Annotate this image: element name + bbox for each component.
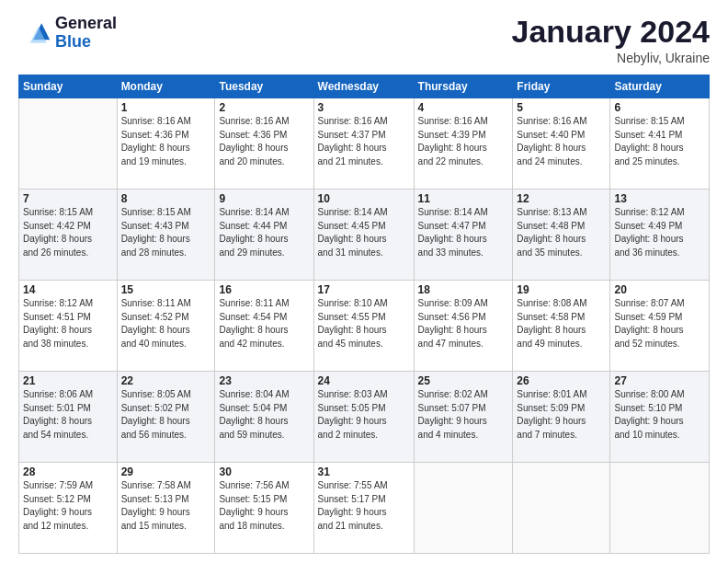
calendar-week-row: 21Sunrise: 8:06 AM Sunset: 5:01 PM Dayli… (19, 372, 710, 463)
day-info: Sunrise: 8:12 AM Sunset: 4:51 PM Dayligh… (23, 297, 113, 350)
day-info: Sunrise: 8:16 AM Sunset: 4:40 PM Dayligh… (517, 115, 606, 168)
calendar-cell: 25Sunrise: 8:02 AM Sunset: 5:07 PM Dayli… (414, 372, 513, 463)
calendar-cell: 28Sunrise: 7:59 AM Sunset: 5:12 PM Dayli… (19, 463, 118, 554)
calendar-cell: 3Sunrise: 8:16 AM Sunset: 4:37 PM Daylig… (313, 98, 414, 190)
location: Nebyliv, Ukraine (512, 51, 711, 65)
calendar-cell: 30Sunrise: 7:56 AM Sunset: 5:15 PM Dayli… (215, 463, 313, 554)
logo-line2: Blue (55, 33, 117, 52)
day-number: 28 (23, 465, 113, 478)
day-number: 4 (418, 101, 509, 114)
calendar-cell: 4Sunrise: 8:16 AM Sunset: 4:39 PM Daylig… (414, 98, 513, 190)
day-number: 1 (121, 101, 211, 114)
day-number: 27 (614, 374, 705, 387)
day-number: 12 (517, 192, 606, 205)
calendar-cell: 2Sunrise: 8:16 AM Sunset: 4:36 PM Daylig… (215, 98, 313, 190)
calendar-cell: 5Sunrise: 8:16 AM Sunset: 4:40 PM Daylig… (513, 98, 610, 190)
page: General Blue January 2024 Nebyliv, Ukrai… (0, 0, 728, 563)
day-info: Sunrise: 8:10 AM Sunset: 4:55 PM Dayligh… (318, 297, 410, 350)
day-number: 25 (418, 374, 509, 387)
day-number: 2 (219, 101, 309, 114)
weekday-header-row: SundayMondayTuesdayWednesdayThursdayFrid… (19, 75, 710, 98)
day-info: Sunrise: 8:12 AM Sunset: 4:49 PM Dayligh… (614, 206, 705, 259)
logo-text: General Blue (55, 15, 117, 52)
day-number: 21 (23, 374, 113, 387)
day-info: Sunrise: 8:04 AM Sunset: 5:04 PM Dayligh… (219, 388, 309, 442)
day-info: Sunrise: 8:05 AM Sunset: 5:02 PM Dayligh… (121, 388, 211, 442)
calendar-cell (414, 463, 513, 554)
day-number: 14 (23, 283, 113, 296)
day-info: Sunrise: 8:02 AM Sunset: 5:07 PM Dayligh… (418, 388, 509, 442)
day-info: Sunrise: 8:06 AM Sunset: 5:01 PM Dayligh… (23, 388, 113, 442)
day-info: Sunrise: 7:58 AM Sunset: 5:13 PM Dayligh… (121, 479, 211, 533)
calendar-cell: 13Sunrise: 8:12 AM Sunset: 4:49 PM Dayli… (610, 190, 710, 281)
day-number: 9 (219, 192, 309, 205)
calendar-week-row: 7Sunrise: 8:15 AM Sunset: 4:42 PM Daylig… (19, 190, 710, 281)
logo-icon (18, 17, 51, 50)
calendar-table: SundayMondayTuesdayWednesdayThursdayFrid… (18, 75, 710, 554)
day-info: Sunrise: 8:16 AM Sunset: 4:39 PM Dayligh… (418, 115, 509, 168)
day-number: 15 (121, 283, 211, 296)
calendar-cell: 20Sunrise: 8:07 AM Sunset: 4:59 PM Dayli… (610, 281, 710, 372)
weekday-header-wednesday: Wednesday (313, 75, 414, 98)
day-number: 8 (121, 192, 211, 205)
calendar-cell: 6Sunrise: 8:15 AM Sunset: 4:41 PM Daylig… (610, 98, 710, 190)
weekday-header-thursday: Thursday (414, 75, 513, 98)
day-info: Sunrise: 7:56 AM Sunset: 5:15 PM Dayligh… (219, 479, 309, 533)
day-info: Sunrise: 8:13 AM Sunset: 4:48 PM Dayligh… (517, 206, 606, 259)
calendar-cell: 12Sunrise: 8:13 AM Sunset: 4:48 PM Dayli… (513, 190, 610, 281)
day-number: 3 (318, 101, 410, 114)
day-info: Sunrise: 8:01 AM Sunset: 5:09 PM Dayligh… (517, 388, 606, 442)
day-info: Sunrise: 8:14 AM Sunset: 4:45 PM Dayligh… (318, 206, 410, 259)
day-info: Sunrise: 8:09 AM Sunset: 4:56 PM Dayligh… (418, 297, 509, 350)
calendar-week-row: 14Sunrise: 8:12 AM Sunset: 4:51 PM Dayli… (19, 281, 710, 372)
month-title: January 2024 (512, 15, 711, 49)
day-number: 11 (418, 192, 509, 205)
calendar-cell: 21Sunrise: 8:06 AM Sunset: 5:01 PM Dayli… (19, 372, 118, 463)
day-info: Sunrise: 8:15 AM Sunset: 4:43 PM Dayligh… (121, 206, 211, 259)
calendar-cell: 8Sunrise: 8:15 AM Sunset: 4:43 PM Daylig… (117, 190, 215, 281)
day-number: 20 (614, 283, 705, 296)
day-number: 6 (614, 101, 705, 114)
day-number: 29 (121, 465, 211, 478)
weekday-header-sunday: Sunday (19, 75, 118, 98)
weekday-header-friday: Friday (513, 75, 610, 98)
day-info: Sunrise: 8:08 AM Sunset: 4:58 PM Dayligh… (517, 297, 606, 350)
day-number: 7 (23, 192, 113, 205)
day-info: Sunrise: 8:15 AM Sunset: 4:42 PM Dayligh… (23, 206, 113, 259)
day-info: Sunrise: 7:55 AM Sunset: 5:17 PM Dayligh… (318, 479, 410, 533)
weekday-header-tuesday: Tuesday (215, 75, 313, 98)
day-number: 19 (517, 283, 606, 296)
day-info: Sunrise: 7:59 AM Sunset: 5:12 PM Dayligh… (23, 479, 113, 533)
day-number: 22 (121, 374, 211, 387)
calendar-body: 1Sunrise: 8:16 AM Sunset: 4:36 PM Daylig… (19, 98, 710, 554)
day-number: 24 (318, 374, 410, 387)
day-number: 5 (517, 101, 606, 114)
weekday-header-monday: Monday (117, 75, 215, 98)
day-info: Sunrise: 8:15 AM Sunset: 4:41 PM Dayligh… (614, 115, 705, 168)
calendar-cell: 14Sunrise: 8:12 AM Sunset: 4:51 PM Dayli… (19, 281, 118, 372)
calendar-cell (19, 98, 118, 190)
calendar-cell: 16Sunrise: 8:11 AM Sunset: 4:54 PM Dayli… (215, 281, 313, 372)
day-number: 23 (219, 374, 309, 387)
calendar-cell (610, 463, 710, 554)
calendar-cell: 7Sunrise: 8:15 AM Sunset: 4:42 PM Daylig… (19, 190, 118, 281)
calendar-cell: 26Sunrise: 8:01 AM Sunset: 5:09 PM Dayli… (513, 372, 610, 463)
day-number: 26 (517, 374, 606, 387)
header: General Blue January 2024 Nebyliv, Ukrai… (18, 15, 710, 65)
logo: General Blue (18, 15, 117, 52)
day-number: 16 (219, 283, 309, 296)
calendar-cell: 24Sunrise: 8:03 AM Sunset: 5:05 PM Dayli… (313, 372, 414, 463)
calendar-cell: 27Sunrise: 8:00 AM Sunset: 5:10 PM Dayli… (610, 372, 710, 463)
calendar-week-row: 28Sunrise: 7:59 AM Sunset: 5:12 PM Dayli… (19, 463, 710, 554)
title-block: January 2024 Nebyliv, Ukraine (512, 15, 711, 65)
day-number: 13 (614, 192, 705, 205)
day-info: Sunrise: 8:16 AM Sunset: 4:37 PM Dayligh… (318, 115, 410, 168)
day-info: Sunrise: 8:16 AM Sunset: 4:36 PM Dayligh… (121, 115, 211, 168)
day-number: 18 (418, 283, 509, 296)
calendar-header: SundayMondayTuesdayWednesdayThursdayFrid… (19, 75, 710, 98)
calendar-cell: 9Sunrise: 8:14 AM Sunset: 4:44 PM Daylig… (215, 190, 313, 281)
calendar-cell: 23Sunrise: 8:04 AM Sunset: 5:04 PM Dayli… (215, 372, 313, 463)
calendar-cell: 15Sunrise: 8:11 AM Sunset: 4:52 PM Dayli… (117, 281, 215, 372)
day-number: 10 (318, 192, 410, 205)
day-number: 31 (318, 465, 410, 478)
